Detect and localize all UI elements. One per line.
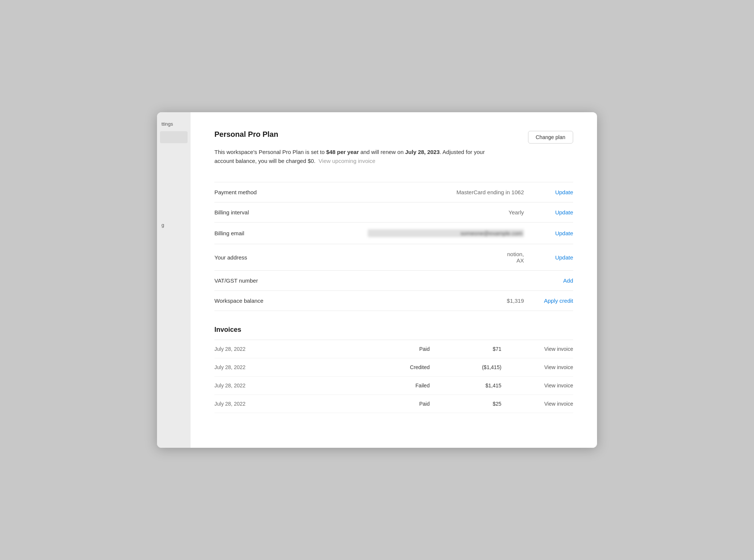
plan-description-block: Personal Pro Plan This workspace's Perso… <box>214 130 519 169</box>
change-plan-button[interactable]: Change plan <box>528 131 573 144</box>
vat-label: VAT/GST number <box>214 277 369 284</box>
invoices-section: Invoices July 28, 2022 Paid $71 View inv… <box>214 326 573 413</box>
invoice-view-link-0[interactable]: View invoice <box>502 346 573 352</box>
invoice-date-1: July 28, 2022 <box>214 364 358 370</box>
sidebar-item-g[interactable]: g <box>157 219 191 231</box>
invoice-status-1: Credited <box>358 364 430 370</box>
invoice-view-link-3[interactable]: View invoice <box>502 401 573 407</box>
billing-interval-update-link[interactable]: Update <box>536 209 573 215</box>
plan-section: Personal Pro Plan This workspace's Perso… <box>214 130 573 169</box>
invoice-view-link-2[interactable]: View invoice <box>502 383 573 388</box>
invoice-row-3: July 28, 2022 Paid $25 View invoice <box>214 395 573 413</box>
invoice-date-0: July 28, 2022 <box>214 346 358 352</box>
invoices-title: Invoices <box>214 326 573 334</box>
payment-method-label: Payment method <box>214 189 369 195</box>
invoice-row-2: July 28, 2022 Failed $1,415 View invoice <box>214 377 573 395</box>
your-address-value: notion, AX <box>369 251 524 264</box>
invoice-row-1: July 28, 2022 Credited ($1,415) View inv… <box>214 358 573 377</box>
plan-price: $48 per year <box>326 149 359 155</box>
sidebar-highlight <box>160 131 188 143</box>
billing-row-balance: Workspace balance $1,319 Apply credit <box>214 290 573 311</box>
invoice-amount-0: $71 <box>430 346 501 352</box>
your-address-label: Your address <box>214 254 369 261</box>
billing-rows: Payment method MasterCard ending in 1062… <box>214 182 573 311</box>
invoice-amount-1: ($1,415) <box>430 364 501 370</box>
billing-row-address: Your address notion, AX Update <box>214 244 573 270</box>
billing-interval-label: Billing interval <box>214 209 369 215</box>
view-upcoming-invoice-link[interactable]: View upcoming invoice <box>318 158 375 164</box>
invoice-view-link-1[interactable]: View invoice <box>502 364 573 370</box>
your-address-update-link[interactable]: Update <box>536 254 573 261</box>
invoice-date-2: July 28, 2022 <box>214 383 358 388</box>
plan-title: Personal Pro Plan <box>214 130 519 139</box>
app-window: ttings g Personal Pro Plan This workspac… <box>157 112 597 448</box>
invoice-amount-2: $1,415 <box>430 383 501 388</box>
main-content: Personal Pro Plan This workspace's Perso… <box>191 112 597 448</box>
plan-desc-mid: and will renew on <box>359 149 405 155</box>
billing-row-payment-method: Payment method MasterCard ending in 1062… <box>214 182 573 202</box>
payment-method-value: MasterCard ending in 1062 <box>369 189 524 195</box>
invoice-row-0: July 28, 2022 Paid $71 View invoice <box>214 340 573 358</box>
invoice-amount-3: $25 <box>430 401 501 407</box>
payment-method-update-link[interactable]: Update <box>536 189 573 195</box>
billing-email-update-link[interactable]: Update <box>536 230 573 236</box>
sidebar-item-settings[interactable]: ttings <box>157 118 191 130</box>
billing-email-label: Billing email <box>214 230 368 236</box>
billing-email-value: someone@example.com <box>368 229 524 237</box>
plan-desc-pre: This workspace's Personal Pro Plan is se… <box>214 149 326 155</box>
invoice-status-0: Paid <box>358 346 430 352</box>
plan-renew-date: July 28, 2023 <box>405 149 440 155</box>
billing-row-interval: Billing interval Yearly Update <box>214 202 573 222</box>
invoice-date-3: July 28, 2022 <box>214 401 358 407</box>
invoice-status-2: Failed <box>358 383 430 388</box>
invoice-status-3: Paid <box>358 401 430 407</box>
workspace-balance-label: Workspace balance <box>214 298 369 304</box>
billing-interval-value: Yearly <box>369 209 524 215</box>
billing-row-vat: VAT/GST number Add <box>214 270 573 290</box>
workspace-balance-value: $1,319 <box>369 298 524 304</box>
billing-row-email: Billing email someone@example.com Update <box>214 222 573 244</box>
plan-description: This workspace's Personal Pro Plan is se… <box>214 148 498 166</box>
apply-credit-link[interactable]: Apply credit <box>536 298 573 304</box>
vat-add-link[interactable]: Add <box>536 277 573 284</box>
sidebar: ttings g <box>157 112 191 448</box>
